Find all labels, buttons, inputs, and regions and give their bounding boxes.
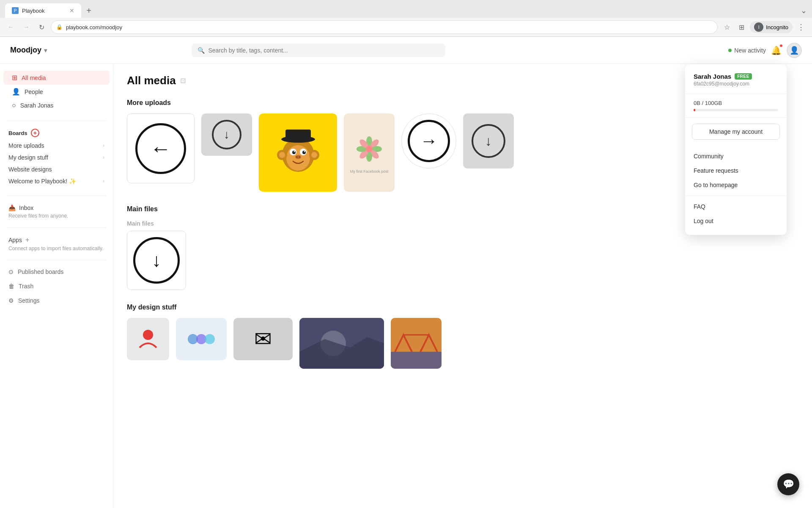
storage-text: 0B / 100GB — [694, 100, 778, 106]
tab-bar: P Playbook ✕ + ⌄ — [0, 0, 812, 18]
right-arrow-icon: → — [420, 131, 438, 151]
board-label-website: Website designs — [8, 166, 104, 173]
design-stuff-grid: ✉ — [127, 318, 798, 369]
sidebar-item-settings[interactable]: ⚙ Settings — [0, 294, 113, 307]
storage-fill — [694, 109, 695, 111]
download-circle-2: ↓ — [472, 124, 505, 158]
floral-label: My first Facebook post — [350, 169, 389, 174]
lock-icon: 🔒 — [56, 24, 63, 30]
chat-btn[interactable]: 💬 — [777, 473, 799, 495]
media-item-mailchimp[interactable] — [259, 113, 337, 192]
tab-close-btn[interactable]: ✕ — [69, 7, 74, 14]
sidebar-item-design-stuff[interactable]: My design stuff › — [0, 152, 113, 163]
svg-point-9 — [296, 156, 298, 158]
browser-chrome: P Playbook ✕ + ⌄ ← → ↻ 🔒 playbook.com/mo… — [0, 0, 812, 37]
chevron-right-icon-3: › — [103, 178, 104, 184]
media-item-arrow-left[interactable]: ← — [127, 113, 195, 183]
user-icon: 👤 — [790, 46, 799, 55]
new-activity[interactable]: New activity — [728, 47, 766, 54]
media-item-design-5[interactable] — [391, 318, 442, 369]
sidebar-item-more-uploads[interactable]: More uploads › — [0, 140, 113, 152]
apps-desc: Connect apps to import files automatical… — [8, 246, 104, 251]
dropdown-email: 6fa02c95@moodjoy.com — [694, 81, 778, 87]
inbox-section: 📥 Inbox Receive files from anyone. — [0, 201, 113, 222]
svg-point-10 — [299, 156, 300, 158]
user-avatar-btn[interactable]: 👤 — [787, 43, 802, 58]
media-item-design-2[interactable] — [176, 318, 227, 360]
arrow-left-graphic: ← — [135, 123, 186, 174]
logo[interactable]: Moodjoy ▾ — [10, 46, 47, 55]
boards-header: Boards + — [0, 126, 113, 140]
extensions-btn[interactable]: ⊞ — [735, 21, 747, 33]
media-item-design-1[interactable] — [127, 318, 169, 360]
sidebar: ⊞ All media 👤 People ○ Sarah Jonas Board… — [0, 64, 113, 508]
dropdown-link-community[interactable]: Community — [685, 149, 787, 163]
nav-section: ⊞ All media 👤 People ○ Sarah Jonas — [0, 71, 113, 112]
search-input[interactable] — [208, 47, 439, 54]
apps-section: Apps + Connect apps to import files auto… — [0, 233, 113, 255]
dropdown-link-feature-requests[interactable]: Feature requests — [685, 163, 787, 178]
page-title: All media — [127, 74, 176, 87]
board-label-design-stuff: My design stuff — [8, 154, 103, 161]
dropdown-link-logout[interactable]: Log out — [685, 214, 787, 228]
profile-avatar: I — [754, 22, 763, 32]
apps-add-btn[interactable]: + — [25, 236, 29, 244]
design-icon-2 — [184, 326, 218, 352]
profile-btn[interactable]: I Incognito — [750, 21, 793, 33]
sidebar-item-published-boards[interactable]: ⊙ Published boards — [0, 265, 113, 278]
floral-content: My first Facebook post — [350, 132, 389, 174]
media-item-download-large[interactable]: ↓ — [127, 231, 186, 290]
boards-add-btn[interactable]: + — [31, 129, 39, 137]
notifications-btn[interactable]: 🔔 — [771, 45, 782, 55]
tab-end-btn[interactable]: ⌄ — [801, 6, 807, 15]
dropdown-username: Sarah Jonas FREE — [694, 73, 778, 80]
sidebar-item-welcome[interactable]: Welcome to Playbook! ✨ › — [0, 175, 113, 187]
back-btn[interactable]: ← — [5, 21, 17, 33]
sidebar-item-sarah[interactable]: ○ Sarah Jonas — [3, 99, 110, 112]
sidebar-item-people[interactable]: 👤 People — [3, 85, 110, 99]
svg-point-27 — [143, 330, 153, 340]
download-icon-large: ↓ — [152, 250, 161, 271]
more-btn[interactable]: ⋮ — [795, 21, 807, 33]
dropdown-link-faq[interactable]: FAQ — [685, 199, 787, 214]
people-label: People — [25, 88, 43, 95]
dropdown-bottom: FAQ Log out — [685, 196, 787, 232]
bridge-photo — [391, 318, 442, 369]
header-actions: New activity 🔔 👤 — [728, 43, 802, 58]
media-item-design-4[interactable] — [299, 318, 384, 369]
address-bar[interactable]: 🔒 playbook.com/moodjoy — [51, 20, 718, 34]
media-item-download-2[interactable]: ↓ — [463, 113, 514, 168]
published-label: Published boards — [18, 268, 63, 275]
media-item-arrow-right[interactable]: → — [401, 113, 456, 168]
arrow-right-graphic: → — [408, 120, 450, 162]
search-bar[interactable]: 🔍 — [192, 44, 445, 57]
media-item-download-1[interactable]: ↓ — [201, 113, 252, 156]
new-tab-btn[interactable]: + — [83, 5, 95, 17]
sarah-label: Sarah Jonas — [20, 102, 54, 109]
forward-btn[interactable]: → — [20, 21, 32, 33]
profile-name: Incognito — [766, 24, 788, 30]
copy-icon[interactable]: ⊡ — [180, 77, 186, 85]
left-arrow-icon: ← — [150, 136, 171, 161]
username-text: Sarah Jonas — [694, 73, 731, 80]
manage-account-btn[interactable]: Manage my account — [692, 124, 780, 140]
sidebar-item-website-designs[interactable]: Website designs — [0, 163, 113, 175]
active-tab[interactable]: P Playbook ✕ — [5, 3, 81, 18]
published-icon: ⊙ — [8, 268, 14, 275]
sidebar-item-trash[interactable]: 🗑 Trash — [0, 280, 113, 293]
media-item-design-3[interactable]: ✉ — [233, 318, 293, 360]
sidebar-divider-2 — [7, 196, 106, 196]
media-item-floral[interactable]: My first Facebook post — [344, 113, 395, 192]
reload-btn[interactable]: ↻ — [36, 21, 47, 33]
dropdown-link-homepage[interactable]: Go to homepage — [685, 178, 787, 192]
settings-icon: ⚙ — [8, 297, 14, 304]
sidebar-item-all-media[interactable]: ⊞ All media — [3, 71, 110, 85]
sidebar-divider-4 — [7, 260, 106, 260]
inbox-header[interactable]: 📥 Inbox — [8, 204, 104, 211]
dropdown-links: Community Feature requests Go to homepag… — [685, 146, 787, 196]
apps-header[interactable]: Apps + — [8, 236, 104, 244]
circle-icon: ○ — [12, 102, 16, 109]
activity-dot — [728, 49, 732, 52]
svg-point-7 — [304, 151, 305, 152]
bookmark-btn[interactable]: ☆ — [721, 21, 733, 33]
